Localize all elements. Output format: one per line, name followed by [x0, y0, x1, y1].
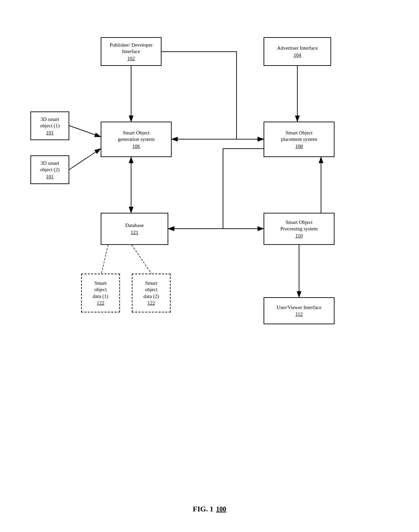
database-number: 121 — [131, 230, 139, 235]
database-box: Database 121 — [101, 213, 168, 245]
smart-object-2-box: 3D smartobject (2) 101 — [30, 155, 69, 184]
svg-line-12 — [132, 245, 151, 274]
sod2-number: 122 — [147, 300, 155, 306]
fig-ref-number: 100 — [216, 505, 226, 513]
publisher-number: 102 — [127, 56, 135, 61]
advertiser-interface-box: Advertiser Interface 104 — [264, 37, 331, 66]
sod2-label: Smartobjectdata (2) — [143, 280, 159, 300]
sod1-box: Smartobjectdata (1) 122 — [81, 274, 120, 312]
smart-obj2-number: 101 — [46, 174, 54, 180]
smart-proc-number: 110 — [295, 233, 303, 239]
svg-line-5 — [69, 126, 101, 137]
user-viewer-number: 112 — [295, 311, 303, 317]
sog-box: Smart Objectgeneration system 106 — [101, 122, 172, 157]
smart-object-1-box: 3D smartobject (1) 101 — [30, 111, 69, 140]
sop-box: Smart Objectplacement system 108 — [264, 122, 335, 157]
sod2-box: Smartobjectdata (2) 122 — [132, 274, 171, 312]
user-viewer-box: User/Viewer Interface 112 — [264, 297, 335, 324]
publisher-label: Publisher/ Developer Interface — [109, 42, 152, 55]
sop-label: Smart Objectplacement system — [281, 130, 317, 143]
svg-line-6 — [69, 149, 101, 170]
sop-number: 108 — [295, 144, 303, 149]
diagram-container: Publisher/ Developer Interface 102 Adver… — [27, 17, 392, 497]
svg-line-11 — [101, 245, 108, 274]
sod1-number: 122 — [97, 300, 104, 306]
smart-obj1-label: 3D smartobject (1) — [40, 116, 60, 129]
smart-obj1-number: 101 — [46, 130, 54, 136]
publisher-interface-box: Publisher/ Developer Interface 102 — [101, 37, 162, 66]
database-label: Database — [125, 222, 144, 229]
sog-label: Smart Objectgeneration system — [118, 130, 155, 143]
user-viewer-label: User/Viewer Interface — [277, 304, 322, 311]
advertiser-label: Advertiser Interface — [277, 45, 318, 52]
smart-obj2-label: 3D smartobject (2) — [40, 160, 60, 173]
arrows-svg — [27, 17, 392, 497]
sog-number: 106 — [132, 144, 140, 149]
sod1-label: Smartobjectdata (1) — [93, 280, 108, 300]
fig-title: FIG. 1 — [193, 505, 213, 513]
figure-label: FIG. 1 100 — [193, 505, 226, 513]
smart-processing-box: Smart ObjectProcessing system 110 — [264, 213, 335, 245]
advertiser-number: 104 — [294, 52, 301, 58]
smart-proc-label: Smart ObjectProcessing system — [280, 219, 318, 232]
